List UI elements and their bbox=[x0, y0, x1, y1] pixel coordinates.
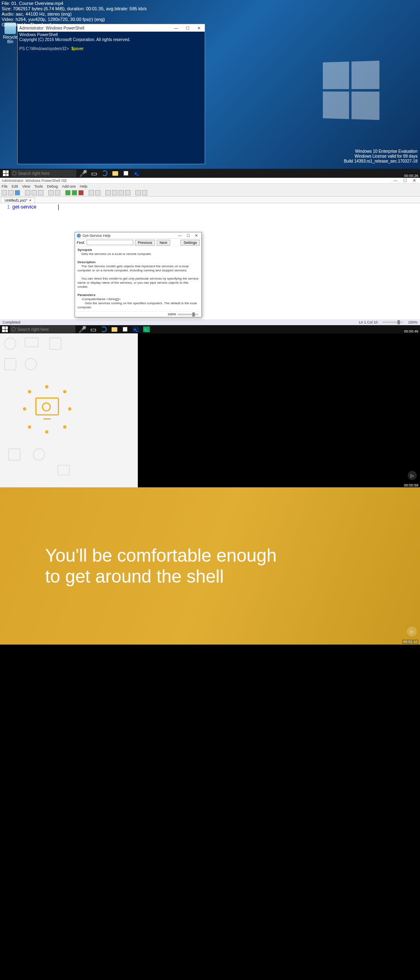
ise-editor[interactable]: 1 get-service Get-Service Help — ☐ ✕ Fin… bbox=[0, 203, 420, 319]
cortana-search[interactable]: Search right here bbox=[11, 170, 76, 177]
get-service-help-dialog[interactable]: Get-Service Help — ☐ ✕ Find: Previous Ne… bbox=[75, 232, 202, 317]
menu-help[interactable]: Help bbox=[80, 184, 87, 188]
menu-edit[interactable]: Edit bbox=[12, 184, 18, 188]
stop-icon[interactable] bbox=[78, 190, 84, 195]
breakpoint-icon[interactable] bbox=[89, 190, 94, 195]
powershell-console[interactable]: Windows PowerShell Copyright (C) 2016 Mi… bbox=[18, 32, 205, 164]
search-placeholder: Search right here bbox=[18, 171, 50, 176]
close-button[interactable]: ✕ bbox=[193, 26, 205, 30]
help-titlebar[interactable]: Get-Service Help — ☐ ✕ bbox=[75, 232, 201, 239]
start-button[interactable] bbox=[1, 169, 11, 177]
pane-2-icon[interactable] bbox=[112, 190, 117, 195]
editor-code[interactable]: get-service bbox=[12, 204, 37, 210]
windows-icon bbox=[2, 326, 8, 332]
taskbar[interactable]: Search right here 🎤 ▭ >_ >_ 00:00:46 bbox=[0, 325, 420, 333]
pane-1-icon[interactable] bbox=[105, 190, 111, 195]
slide-right-panel bbox=[138, 333, 420, 487]
start-button[interactable] bbox=[0, 325, 10, 333]
help-zoom-bar: 100% bbox=[75, 311, 201, 317]
powershell-window[interactable]: Administrator: Windows PowerShell — ☐ ✕ … bbox=[17, 24, 205, 164]
ise-tabs[interactable]: Untitled1.ps1* × bbox=[0, 197, 420, 203]
help-title-text: Get-Service Help bbox=[82, 234, 111, 238]
text-caret bbox=[58, 204, 59, 210]
tool-icon[interactable] bbox=[142, 190, 147, 195]
line-number: 1 bbox=[0, 203, 12, 319]
help-icon bbox=[77, 234, 81, 238]
ise-titlebar[interactable]: Administrator: Windows PowerShell ISE — … bbox=[0, 178, 420, 184]
ise-menubar[interactable]: File Edit View Tools Debug Add-ons Help bbox=[0, 184, 420, 189]
computer-gear-emblem bbox=[25, 387, 70, 432]
edge-taskbar-icon[interactable] bbox=[98, 325, 109, 333]
ise-toolbar[interactable] bbox=[0, 189, 420, 197]
menu-debug[interactable]: Debug bbox=[47, 184, 58, 188]
remote-icon[interactable] bbox=[95, 190, 100, 195]
copy-icon[interactable] bbox=[32, 190, 37, 195]
undo-icon[interactable] bbox=[48, 190, 54, 195]
save-icon[interactable] bbox=[15, 190, 20, 195]
screenshot-2-ise: Administrator: Windows PowerShell ISE — … bbox=[0, 178, 420, 333]
open-icon[interactable] bbox=[8, 190, 14, 195]
next-button[interactable]: Next bbox=[157, 240, 170, 246]
menu-view[interactable]: View bbox=[22, 184, 30, 188]
timestamp-3: 00:00:58 bbox=[403, 483, 419, 487]
search-icon bbox=[11, 327, 16, 331]
menu-file[interactable]: File bbox=[2, 184, 8, 188]
slide-headline: You'll be comfortable enough to get arou… bbox=[0, 545, 277, 587]
script-tab[interactable]: Untitled1.ps1* × bbox=[1, 197, 35, 203]
settings-button[interactable]: Settings bbox=[180, 240, 200, 246]
pane-4-icon[interactable] bbox=[125, 190, 130, 195]
help-zoom-slider[interactable] bbox=[178, 314, 198, 315]
mic-icon[interactable]: 🎤 bbox=[77, 325, 88, 333]
help-content[interactable]: Synopsis Gets the services on a local or… bbox=[75, 246, 201, 311]
run-script-icon[interactable] bbox=[65, 190, 71, 195]
paste-icon[interactable] bbox=[38, 190, 43, 195]
pane-3-icon[interactable] bbox=[119, 190, 124, 195]
status-lncol: Ln 1 Col 10 bbox=[359, 320, 378, 324]
cortana-search[interactable]: Search right here bbox=[10, 326, 75, 333]
maximize-button[interactable]: ☐ bbox=[403, 178, 407, 183]
run-selection-icon[interactable] bbox=[72, 190, 77, 195]
powershell-taskbar-icon[interactable]: >_ bbox=[130, 325, 141, 333]
tab-close-icon[interactable]: × bbox=[29, 198, 31, 202]
file-explorer-icon[interactable] bbox=[109, 325, 120, 333]
ise-taskbar-icon[interactable]: >_ bbox=[141, 325, 152, 333]
taskbar[interactable]: Search right here 🎤 ▭ >_ 00:00:26 bbox=[0, 169, 420, 178]
new-icon[interactable] bbox=[2, 190, 7, 195]
ps-command-input[interactable]: $psver bbox=[71, 46, 84, 51]
maximize-button[interactable]: ☐ bbox=[182, 26, 193, 30]
tab-label: Untitled1.ps1* bbox=[5, 198, 27, 202]
minimize-button[interactable]: — bbox=[393, 178, 397, 183]
windows-icon bbox=[3, 170, 9, 176]
bottom-fill bbox=[0, 645, 420, 980]
help-search-bar: Find: Previous Next Settings bbox=[75, 239, 201, 246]
store-icon[interactable] bbox=[121, 169, 131, 177]
menu-addons[interactable]: Add-ons bbox=[62, 184, 76, 188]
mic-icon[interactable]: 🎤 bbox=[78, 169, 89, 177]
play-overlay-icon[interactable]: ▷ bbox=[408, 471, 417, 480]
task-view-icon[interactable]: ▭ bbox=[89, 169, 99, 177]
meta-audio: Audio: aac, 44100 Hz, stereo (eng) bbox=[2, 11, 146, 17]
file-explorer-icon[interactable] bbox=[110, 169, 121, 177]
meta-generated: Generated by Thumbnail me bbox=[2, 22, 146, 28]
command-addon-icon[interactable] bbox=[135, 190, 141, 195]
powershell-taskbar-icon[interactable]: >_ bbox=[131, 169, 142, 177]
menu-tools[interactable]: Tools bbox=[34, 184, 43, 188]
play-overlay-icon[interactable]: ▷ bbox=[407, 627, 417, 636]
task-view-icon[interactable]: ▭ bbox=[88, 325, 98, 333]
store-icon[interactable] bbox=[120, 325, 130, 333]
status-zoom: 150% bbox=[408, 320, 418, 324]
recycle-bin-label: Recycle Bin bbox=[2, 35, 18, 44]
redo-icon[interactable] bbox=[55, 190, 60, 195]
cut-icon[interactable] bbox=[25, 190, 30, 195]
previous-button[interactable]: Previous bbox=[135, 240, 155, 246]
find-input[interactable] bbox=[87, 240, 133, 245]
maximize-button[interactable]: ☐ bbox=[187, 234, 190, 238]
windows-logo-wallpaper bbox=[323, 61, 379, 120]
close-button[interactable]: ✕ bbox=[413, 178, 416, 183]
minimize-button[interactable]: — bbox=[178, 234, 182, 238]
gear-icon bbox=[42, 402, 51, 411]
close-button[interactable]: ✕ bbox=[195, 234, 198, 238]
ise-zoom-slider[interactable] bbox=[383, 321, 403, 323]
edge-taskbar-icon[interactable] bbox=[99, 169, 110, 177]
minimize-button[interactable]: — bbox=[170, 26, 182, 30]
